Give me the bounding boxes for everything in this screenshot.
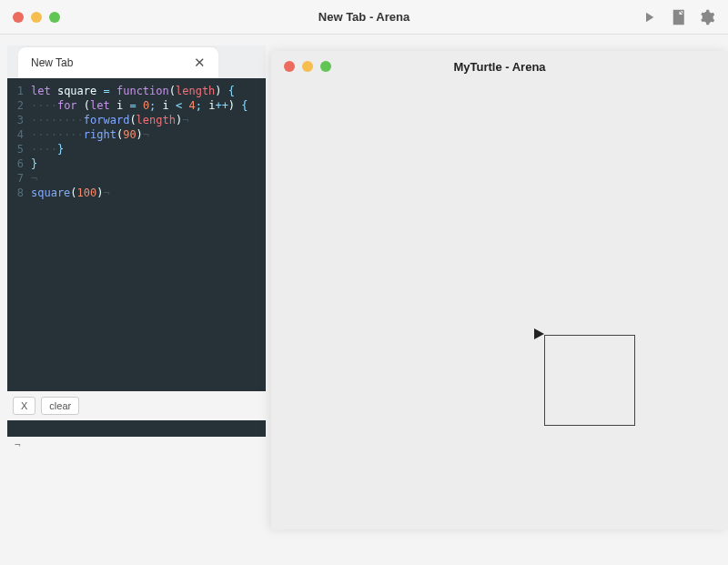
main-traffic-lights xyxy=(13,12,60,23)
close-window-icon[interactable] xyxy=(284,61,295,72)
code-line: 4········right(90)¬ xyxy=(7,127,266,142)
minimize-window-icon[interactable] xyxy=(302,61,313,72)
close-window-icon[interactable] xyxy=(13,12,24,23)
tab-strip: New Tab ✕ xyxy=(7,45,266,78)
turtle-canvas xyxy=(271,82,728,530)
code-line: 6} xyxy=(7,156,266,171)
line-number: 4 xyxy=(7,127,31,142)
toolbar xyxy=(641,9,715,25)
code-content: let square = function(length) { xyxy=(31,84,235,98)
gear-icon[interactable] xyxy=(699,9,715,25)
turtle-cursor-icon xyxy=(534,328,544,339)
turtle-traffic-lights xyxy=(284,61,331,72)
editor-panel: New Tab ✕ 1let square = function(length)… xyxy=(7,45,266,437)
line-number: 1 xyxy=(7,84,31,98)
line-number: 2 xyxy=(7,98,31,113)
maximize-window-icon[interactable] xyxy=(49,12,60,23)
main-window-title: New Tab - Arena xyxy=(318,10,410,24)
code-content: ········forward(length)¬ xyxy=(31,113,188,127)
console-clear-button[interactable]: clear xyxy=(41,397,79,415)
drawn-square xyxy=(544,335,635,426)
line-number: 8 xyxy=(7,186,31,200)
play-icon[interactable] xyxy=(641,9,657,25)
code-content: ¬ xyxy=(31,171,37,186)
console-close-button[interactable]: X xyxy=(13,397,35,415)
turtle-window-title: MyTurtle - Arena xyxy=(453,60,545,74)
close-icon[interactable]: ✕ xyxy=(190,55,209,71)
code-editor[interactable]: 1let square = function(length) {2····for… xyxy=(7,78,266,437)
line-number: 5 xyxy=(7,142,31,156)
code-line: 1let square = function(length) { xyxy=(7,84,266,98)
line-number: 6 xyxy=(7,156,31,171)
line-number: 3 xyxy=(7,113,31,127)
line-number: 7 xyxy=(7,171,31,186)
content-area: New Tab ✕ 1let square = function(length)… xyxy=(0,35,728,565)
code-content: ········right(90)¬ xyxy=(31,127,149,142)
code-content: } xyxy=(31,156,37,171)
minimize-window-icon[interactable] xyxy=(31,12,42,23)
console-output: ¬ xyxy=(15,439,21,451)
code-content: square(100)¬ xyxy=(31,186,110,200)
code-line: 5····} xyxy=(7,142,266,156)
document-icon[interactable] xyxy=(670,9,686,25)
code-line: 2····for (let i = 0; i < 4; i++) { xyxy=(7,98,266,113)
code-content: ····} xyxy=(31,142,64,156)
maximize-window-icon[interactable] xyxy=(320,61,331,72)
code-line: 8square(100)¬ xyxy=(7,186,266,200)
turtle-window[interactable]: MyTurtle - Arena xyxy=(271,51,728,530)
tab-label: New Tab xyxy=(31,56,73,69)
console-toolbar: X clear xyxy=(7,391,266,420)
editor-tab[interactable]: New Tab ✕ xyxy=(18,47,218,78)
code-line: 3········forward(length)¬ xyxy=(7,113,266,127)
turtle-titlebar: MyTurtle - Arena xyxy=(271,51,728,82)
code-line: 7¬ xyxy=(7,171,266,186)
main-titlebar: New Tab - Arena xyxy=(0,0,728,35)
code-content: ····for (let i = 0; i < 4; i++) { xyxy=(31,98,248,113)
